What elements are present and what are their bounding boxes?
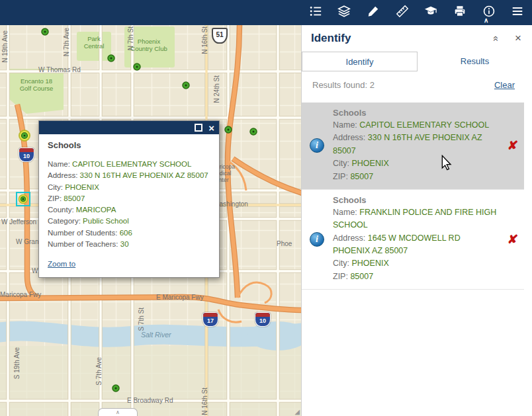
- graduation-cap-icon: [424, 5, 437, 21]
- app-window: ∧: [0, 0, 532, 416]
- tab-results[interactable]: Results: [418, 52, 532, 71]
- popup-field-value: 330 N 16TH AVE PHOENIX AZ 85007: [80, 171, 208, 179]
- print-button[interactable]: [449, 1, 471, 24]
- draw-button[interactable]: [362, 1, 384, 24]
- map-label: W Jefferson: [1, 218, 36, 226]
- result-field-value: FRANKLIN POLICE AND FIRE HIGH SCHOOL: [333, 208, 496, 229]
- close-panel-icon[interactable]: ×: [515, 32, 521, 45]
- popup-field-value: MARICOPA: [76, 206, 116, 214]
- result-field-label: Address:: [333, 133, 365, 142]
- result-field-label: ZIP:: [333, 172, 348, 181]
- popup-field-value: PHOENIX: [65, 183, 99, 191]
- top-toolbar: ∧: [0, 0, 532, 25]
- map-label: S 7th St: [138, 308, 145, 331]
- popup-field-label: City:: [48, 183, 63, 191]
- map-label: Phoenix Country Club: [130, 38, 168, 53]
- menu-icon: [511, 5, 524, 21]
- map-label: N 16th St: [201, 388, 208, 415]
- active-widget-caret-icon: ∧: [484, 17, 488, 24]
- more-button[interactable]: [506, 1, 529, 24]
- map-label: N 19th Ave: [1, 30, 9, 63]
- zoom-to-link[interactable]: Zoom to: [48, 260, 75, 268]
- result-text: Schools Name: CAPITOL ELEMENTARY SCHOOL …: [328, 108, 503, 183]
- result-list: i Schools Name: CAPITOL ELEMENTARY SCHOO…: [302, 103, 532, 290]
- map-label: N 24th St: [213, 75, 220, 103]
- popup-close-icon[interactable]: ×: [208, 123, 214, 133]
- map-label: N 7th Ave: [63, 28, 70, 56]
- map-label: Maricopa Fwy: [0, 291, 41, 298]
- popup-title-bar[interactable]: ×: [39, 121, 219, 134]
- result-field-value: CAPITOL ELEMENTARY SCHOOL: [359, 120, 489, 130]
- result-text: Schools Name: FRANKLIN POLICE AND FIRE H…: [328, 195, 503, 283]
- popup-field-label: Category:: [48, 217, 81, 225]
- popup-body: Schools Name: CAPITOL ELEMENTARY SCHOOL …: [39, 134, 219, 277]
- result-layer-name: Schools: [333, 108, 499, 118]
- panel-tabs: Identify Results: [302, 52, 532, 71]
- result-field-label: City:: [333, 159, 349, 168]
- popup-field-label: ZIP:: [48, 194, 62, 202]
- interstate-10-shield: 10: [255, 312, 271, 327]
- popup-field-label: County:: [48, 206, 74, 214]
- education-button[interactable]: [420, 1, 442, 24]
- pencil-icon: [367, 5, 380, 21]
- info-i-glyph: i: [316, 141, 318, 150]
- toolbar-icons: [301, 0, 532, 25]
- popup-field-label: Number of Students:: [48, 229, 117, 237]
- mouse-cursor: [441, 155, 453, 171]
- popup-field-value: 606: [120, 229, 132, 237]
- panel-title: Identify: [311, 32, 494, 45]
- clear-results-link[interactable]: Clear: [494, 80, 515, 90]
- map-label: Salt River: [141, 331, 171, 339]
- popup-maximize-icon[interactable]: [195, 124, 202, 132]
- result-info-icon[interactable]: i: [310, 232, 324, 247]
- legend-button[interactable]: [304, 1, 327, 24]
- collapse-panel-icon[interactable]: «: [490, 36, 502, 41]
- result-field-label: Name:: [333, 120, 357, 130]
- chevron-up-icon: ∧: [116, 409, 120, 415]
- popup-field-label: Address:: [48, 171, 77, 179]
- interstate-10-shield: 10: [19, 147, 34, 162]
- popup-field-value: Public School: [83, 217, 129, 225]
- state-route-51-shield: 51: [212, 28, 228, 44]
- result-item[interactable]: i Schools Name: CAPITOL ELEMENTARY SCHOO…: [302, 103, 524, 190]
- interstate-17-shield: 17: [202, 312, 218, 327]
- result-layer-name: Schools: [333, 195, 499, 205]
- popup-title: Schools: [48, 140, 210, 150]
- result-field-value: 85007: [350, 172, 373, 181]
- popup-field-value: 30: [120, 240, 129, 248]
- resize-corner-icon[interactable]: ◢: [294, 408, 300, 415]
- popup-field-label: Number of Teachers:: [48, 240, 118, 248]
- results-summary-row: Results found: 2 Clear: [302, 71, 532, 97]
- result-info-icon[interactable]: i: [310, 138, 324, 153]
- highlighted-school-marker[interactable]: [19, 130, 30, 141]
- map-label: Encanto 18 Golf Course: [15, 78, 58, 93]
- results-found-text: Results found: 2: [312, 80, 494, 90]
- info-i-glyph: i: [316, 235, 318, 244]
- map-label: S 7th Ave: [95, 357, 103, 386]
- result-field-label: City:: [333, 259, 349, 268]
- result-field-value: 85007: [350, 272, 373, 281]
- map-label: Phoe: [277, 240, 292, 247]
- map-label: Park Central: [78, 36, 110, 50]
- identify-panel: Identify « × Identify Results Results fo…: [301, 25, 532, 416]
- result-field-label: Name:: [333, 208, 357, 217]
- result-field-value: PHOENIX: [351, 159, 388, 168]
- measure-button[interactable]: [391, 1, 414, 24]
- delete-result-icon[interactable]: ✘: [502, 232, 523, 247]
- identify-button[interactable]: [478, 1, 500, 24]
- delete-result-icon[interactable]: ✘: [502, 138, 523, 153]
- map-label: W Thomas Rd: [38, 66, 81, 73]
- map-label: E Broadway Rd: [127, 397, 173, 404]
- result-item[interactable]: i Schools Name: FRANKLIN POLICE AND FIRE…: [302, 190, 524, 290]
- popup-field-value: CAPITOL ELEMENTARY SCHOOL: [72, 160, 191, 168]
- printer-icon: [453, 5, 466, 21]
- legend-icon: [309, 5, 322, 21]
- tab-identify[interactable]: Identify: [302, 52, 418, 71]
- map-label: S 19th Ave: [13, 347, 21, 379]
- layers-button[interactable]: [333, 1, 355, 24]
- map-label: E Maricopa Fwy: [156, 294, 204, 301]
- result-field-value: PHOENIX: [351, 259, 388, 268]
- attribute-table-toggle[interactable]: ∧: [98, 408, 138, 416]
- map[interactable]: N 19th Ave N 7th Ave N 7th St N 16th St …: [0, 25, 301, 416]
- map-label: N 16th St: [201, 26, 208, 54]
